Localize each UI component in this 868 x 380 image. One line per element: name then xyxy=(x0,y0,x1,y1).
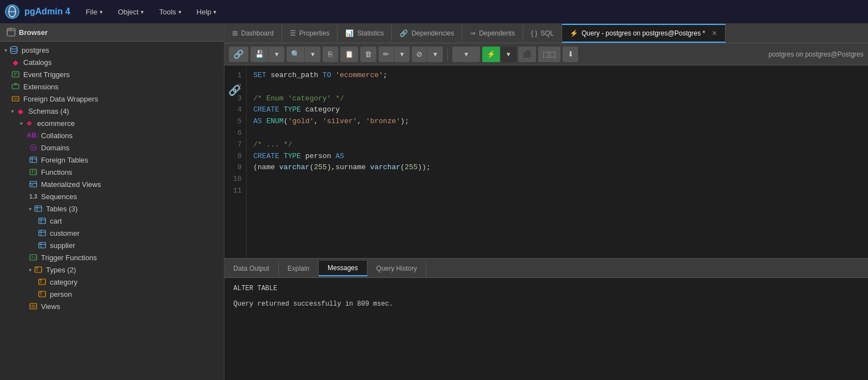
sidebar-item-category-label: category xyxy=(50,278,78,286)
tab-query-history[interactable]: Query History xyxy=(367,261,426,276)
svg-rect-32 xyxy=(39,230,45,236)
tab-dashboard[interactable]: ⊞ Dashboard xyxy=(224,25,282,42)
schemas-expand-arrow: ▾ xyxy=(11,108,14,114)
sidebar-item-mat-views[interactable]: Materialized Views xyxy=(0,178,224,190)
sidebar-item-types[interactable]: ▾ T Types (2) xyxy=(0,264,224,276)
svg-point-8 xyxy=(11,47,17,49)
sidebar-item-mat-views-label: Materialized Views xyxy=(41,180,101,189)
sidebar-item-collations[interactable]: AB↓ Collations xyxy=(0,129,224,141)
search-button[interactable]: 🔍 xyxy=(287,47,305,62)
right-panel: ⊞ Dashboard ☰ Properties 📊 Statistics 🔗 … xyxy=(224,23,868,380)
limit-selector[interactable]: ▾ xyxy=(452,47,480,62)
tab-explain[interactable]: Explain xyxy=(279,261,319,276)
sidebar-item-event-triggers[interactable]: Event Triggers xyxy=(0,68,224,80)
ft-icon xyxy=(29,155,38,164)
sidebar-item-extensions-label: Extensions xyxy=(23,83,59,91)
menu-tools[interactable]: Tools ▾ xyxy=(152,4,187,19)
svg-rect-46 xyxy=(30,303,37,309)
sidebar-item-cart[interactable]: cart xyxy=(0,215,224,227)
save-button[interactable]: 💾 xyxy=(251,47,269,62)
editor-area[interactable]: 🔗 1 2 3 4 5 6 7 8 9 10 11 SET search_pat… xyxy=(224,65,868,258)
tab-statistics[interactable]: 📊 Statistics xyxy=(338,25,392,42)
sidebar-item-collations-label: Collations xyxy=(41,131,73,140)
search-dropdown[interactable]: ▾ xyxy=(305,47,320,62)
menu-file[interactable]: File ▾ xyxy=(79,4,109,19)
edit-button[interactable]: ✏ xyxy=(379,47,394,62)
sidebar-item-foreign-tables[interactable]: Foreign Tables xyxy=(0,154,224,166)
tab-properties[interactable]: ☰ Properties xyxy=(282,25,338,42)
message-line1: ALTER TABLE xyxy=(233,285,859,292)
sidebar-item-person[interactable]: T person xyxy=(0,288,224,300)
tab-sql[interactable]: { } SQL xyxy=(523,25,562,42)
sidebar-item-tables[interactable]: ▾ Tables (3) xyxy=(0,202,224,215)
browser-icon xyxy=(7,28,16,37)
types-icon: T xyxy=(34,265,43,274)
tab-data-output[interactable]: Data Output xyxy=(224,261,279,276)
expand-arrow: ▾ xyxy=(4,47,7,53)
sidebar-item-cart-label: cart xyxy=(50,217,62,225)
explain-button[interactable]: ⬚⬚ xyxy=(538,47,560,62)
tab-close-icon[interactable]: ✕ xyxy=(712,29,717,37)
link-icon: 🔗 xyxy=(233,49,244,59)
sidebar-item-trigger-functions[interactable]: f() Trigger Functions xyxy=(0,251,224,264)
download-icon: ⬇ xyxy=(568,50,574,58)
save-dropdown-arrow: ▾ xyxy=(275,50,279,58)
filter-icon: ⊘ xyxy=(416,50,422,58)
tab-query[interactable]: ⚡ Query - postgres on postgres@Postgres … xyxy=(562,24,726,43)
svg-text:T: T xyxy=(40,292,43,297)
sidebar-item-fdw-label: Foreign Data Wrappers xyxy=(23,95,98,103)
sidebar-item-extensions[interactable]: Extensions xyxy=(0,80,224,93)
sidebar-item-functions[interactable]: f() Functions xyxy=(0,166,224,178)
bottom-tab-bar: Data Output Explain Messages Query Histo… xyxy=(224,259,868,278)
delete-button[interactable]: 🗑 xyxy=(360,47,376,62)
sidebar-item-catalogs[interactable]: ◆ Catalogs xyxy=(0,56,224,68)
sidebar-item-sequences[interactable]: 1.3 Sequences xyxy=(0,190,224,202)
sidebar-item-catalogs-label: Catalogs xyxy=(23,58,52,67)
main-container: Browser ▾ postgres ◆ Catalogs Eve xyxy=(0,23,868,380)
run-dropdown[interactable]: ▾ xyxy=(501,47,516,62)
sidebar-tree: ▾ postgres ◆ Catalogs Event Triggers xyxy=(0,42,224,380)
filter-button[interactable]: ⊘ xyxy=(412,47,427,62)
sidebar-item-postgres-label: postgres xyxy=(22,46,49,54)
stop-button[interactable]: ⬛ xyxy=(518,47,536,62)
run-button[interactable]: ⚡ xyxy=(482,47,501,62)
explain-icon: ⬚⬚ xyxy=(543,50,556,58)
tables-expand-arrow: ▾ xyxy=(29,206,32,212)
paste-button[interactable]: 📋 xyxy=(340,47,358,62)
sql-icon: { } xyxy=(531,29,537,37)
tab-dependents[interactable]: ⇒ Dependents xyxy=(462,25,523,42)
svg-point-17 xyxy=(32,146,34,149)
code-editor[interactable]: SET search_path TO 'ecommerce'; /* Enum … xyxy=(247,65,868,258)
sidebar-item-customer-label: customer xyxy=(50,229,79,237)
sidebar-item-schemas[interactable]: ▾ ◆ Schemas (4) xyxy=(0,105,224,117)
menu-help[interactable]: Help ▾ xyxy=(190,4,223,19)
catalog-icon: ◆ xyxy=(11,58,20,67)
link-button[interactable]: 🔗 xyxy=(229,47,248,62)
svg-rect-29 xyxy=(39,218,45,224)
tab-dependencies[interactable]: 🔗 Dependencies xyxy=(392,25,462,42)
sidebar-item-domains[interactable]: Domains xyxy=(0,141,224,154)
tab-messages[interactable]: Messages xyxy=(319,261,367,276)
download-button[interactable]: ⬇ xyxy=(563,47,578,62)
seq-icon: 1.3 xyxy=(29,192,38,201)
menu-object[interactable]: Object ▾ xyxy=(111,4,151,19)
sidebar-item-ecommerce[interactable]: ▾ ❖ ecommerce xyxy=(0,117,224,129)
edit-button-group: ✏ ▾ xyxy=(379,47,410,62)
sidebar-item-category[interactable]: T category xyxy=(0,276,224,288)
supplier-table-icon xyxy=(38,241,47,250)
sidebar-item-customer[interactable]: customer xyxy=(0,227,224,239)
copy-icon: ⎘ xyxy=(328,50,333,58)
filter-dropdown[interactable]: ▾ xyxy=(427,47,443,62)
sidebar-item-fdw[interactable]: Foreign Data Wrappers xyxy=(0,93,224,105)
save-dropdown[interactable]: ▾ xyxy=(269,47,284,62)
category-type-icon: T xyxy=(38,277,47,286)
sidebar-item-functions-label: Functions xyxy=(41,168,72,176)
copy-button[interactable]: ⎘ xyxy=(323,47,338,62)
ecommerce-schema-icon: ❖ xyxy=(25,119,34,128)
sidebar-item-views[interactable]: Views xyxy=(0,300,224,312)
sidebar-item-supplier[interactable]: supplier xyxy=(0,239,224,251)
edit-dropdown[interactable]: ▾ xyxy=(394,47,410,62)
sidebar-item-postgres[interactable]: ▾ postgres xyxy=(0,44,224,56)
svg-text:f(): f() xyxy=(31,256,37,260)
explain-button-group: ⬚⬚ xyxy=(538,47,560,62)
